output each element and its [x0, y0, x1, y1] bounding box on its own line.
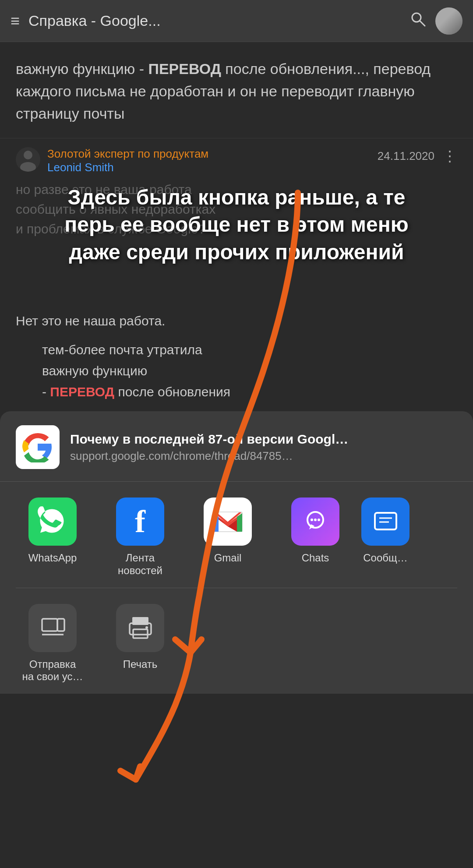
- print-icon: [116, 604, 164, 652]
- browser-bar: ≡ Справка - Google...: [0, 0, 473, 42]
- share-preview-title: Почему в последней 87-ой версии Googl…: [70, 432, 457, 447]
- app-item-cast[interactable]: Отправкана свои ус…: [9, 604, 96, 684]
- response-block: Нет это не наша работа. тем-более почта …: [0, 302, 473, 411]
- quoted-line-3: - ПЕРЕВОД после обновления: [42, 381, 457, 402]
- comment-date: 24.11.2020: [378, 149, 434, 163]
- svg-rect-9: [375, 513, 396, 529]
- app-label-chats: Chats: [302, 552, 329, 565]
- comment-block: Золотой эксперт по продуктам Leonid Smit…: [0, 138, 473, 302]
- comment-header-right: 24.11.2020 ⋮: [378, 147, 457, 165]
- svg-point-8: [318, 519, 320, 521]
- svg-point-3: [20, 162, 36, 172]
- app-label-print: Печать: [123, 658, 158, 671]
- browser-search-icon[interactable]: [409, 10, 427, 32]
- svg-rect-17: [133, 629, 148, 638]
- svg-rect-12: [42, 619, 57, 631]
- main-container: ≡ Справка - Google... важную функцию - П…: [0, 0, 473, 694]
- quoted-block: тем-более почта утратила важную функцию …: [42, 339, 457, 402]
- page-content: важную функцию - ПЕРЕВОД после обновлени…: [0, 42, 473, 125]
- app-item-facebook[interactable]: f Лентановостей: [96, 498, 184, 577]
- comment-header: Золотой эксперт по продуктам Leonid Smit…: [16, 147, 457, 174]
- comment-more-icon[interactable]: ⋮: [438, 147, 457, 165]
- app-label-facebook: Лентановостей: [118, 552, 162, 577]
- app-item-whatsapp[interactable]: WhatsApp: [9, 498, 96, 565]
- gmail-icon: [204, 498, 252, 546]
- comment-avatar: [16, 147, 40, 172]
- svg-point-18: [145, 626, 148, 629]
- annotation-overlay-text: Здесь была кнопка раньше, а теперь ее во…: [16, 180, 457, 270]
- svg-rect-13: [57, 619, 64, 631]
- apps-row-2: Отправкана свои ус… Печать: [0, 588, 473, 694]
- annotation-area: Здесь была кнопка раньше, а теперь ее во…: [16, 180, 457, 293]
- share-preview-text: Почему в последней 87-ой версии Googl… s…: [70, 432, 457, 463]
- comment-expert-label: Золотой эксперт по продуктам: [47, 147, 371, 161]
- browser-title: Справка - Google...: [28, 12, 400, 29]
- share-sheet: Почему в последней 87-ой версии Googl… s…: [0, 411, 473, 694]
- hamburger-menu-icon[interactable]: ≡: [11, 12, 20, 30]
- apps-row-1: WhatsApp f Лентановостей: [0, 482, 473, 588]
- chats-icon: [291, 498, 339, 546]
- app-item-messages[interactable]: Сообщ…: [359, 498, 412, 565]
- comment-meta: Золотой эксперт по продуктам Leonid Smit…: [47, 147, 371, 174]
- share-preview-icon: [16, 425, 60, 469]
- svg-point-7: [314, 519, 317, 521]
- svg-point-6: [311, 519, 313, 521]
- app-label-whatsapp: WhatsApp: [28, 552, 77, 565]
- share-preview: Почему в последней 87-ой версии Googl… s…: [0, 411, 473, 482]
- svg-line-1: [420, 21, 425, 26]
- share-preview-url: support.google.com/chrome/thread/84785…: [70, 449, 457, 463]
- app-item-gmail[interactable]: Gmail: [184, 498, 272, 565]
- quoted-line-1: тем-более почта утратила: [42, 339, 457, 360]
- app-item-print[interactable]: Печать: [96, 604, 184, 671]
- comment-author: Leonid Smith: [47, 161, 371, 174]
- cast-icon: [28, 604, 77, 652]
- messages-icon: [361, 498, 409, 546]
- app-item-chats[interactable]: Chats: [272, 498, 359, 565]
- svg-point-2: [24, 151, 32, 159]
- app-label-messages: Сообщ…: [363, 552, 408, 565]
- page-text-block-1: важную функцию - ПЕРЕВОД после обновлени…: [16, 58, 457, 125]
- app-label-gmail: Gmail: [214, 552, 242, 565]
- quoted-line-2: важную функцию: [42, 360, 457, 381]
- app-label-cast: Отправкана свои ус…: [22, 658, 83, 684]
- facebook-icon: f: [116, 498, 164, 546]
- whatsapp-icon: [28, 498, 77, 546]
- response-line-1: Нет это не наша работа.: [16, 311, 457, 331]
- avatar[interactable]: [435, 7, 462, 35]
